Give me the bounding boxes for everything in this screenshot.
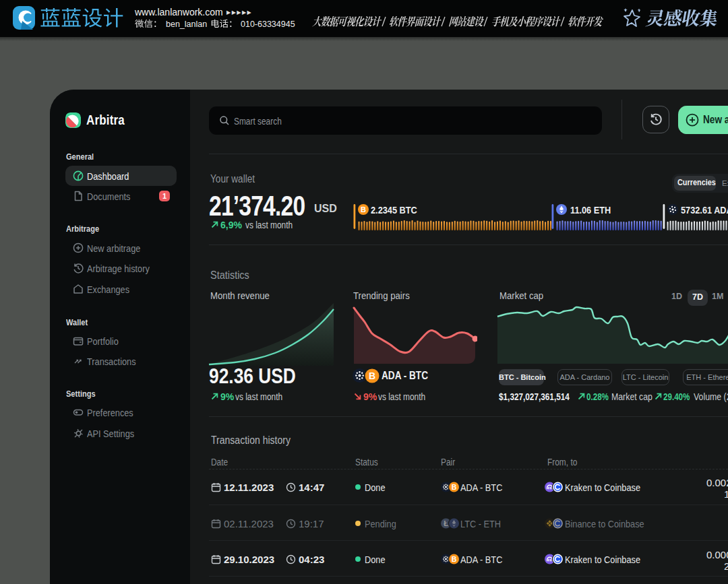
svg-text:Ł: Ł	[444, 519, 448, 527]
svg-text:B: B	[452, 555, 457, 563]
svg-text:B: B	[369, 370, 375, 381]
svg-text:B: B	[452, 483, 457, 491]
svg-text:B: B	[361, 205, 366, 214]
